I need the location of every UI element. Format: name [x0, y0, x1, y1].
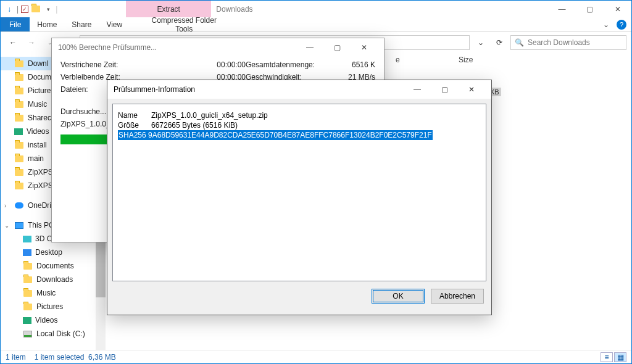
tree-label: Downl: [28, 59, 48, 68]
tree-label: Docum: [28, 73, 51, 81]
tree-label: This PC: [28, 221, 54, 230]
tree-desktop[interactable]: Desktop: [1, 246, 106, 259]
maximize-button[interactable]: ▢: [576, 1, 604, 17]
search-placeholder: Search Downloads: [528, 38, 590, 47]
tree-videos2[interactable]: Videos: [1, 313, 106, 327]
dialog-close-button[interactable]: ✕: [458, 81, 485, 98]
tree-label: Picture: [28, 86, 51, 95]
dialog-minimize-button[interactable]: —: [296, 39, 323, 56]
tree-label: install: [28, 141, 47, 149]
name-key: Name: [118, 110, 148, 120]
help-icon[interactable]: ?: [617, 20, 626, 30]
view-details-button[interactable]: ≡: [601, 352, 613, 362]
tree-label: Videos: [27, 127, 49, 136]
status-item-count: 1 item: [6, 353, 26, 362]
elapsed-value: 00:00:00: [184, 60, 246, 69]
address-dropdown-icon[interactable]: ⌄: [473, 38, 488, 47]
chevron-down-icon[interactable]: ⌄: [4, 222, 9, 229]
refresh-button[interactable]: ⟳: [492, 38, 507, 47]
tree-label: main: [28, 154, 44, 163]
search-box[interactable]: 🔍 Search Downloads: [510, 35, 626, 50]
dialog-minimize-button[interactable]: —: [404, 81, 431, 98]
tree-label: ZipXPS: [28, 181, 53, 190]
dialog-titlebar[interactable]: 100% Berechne Prüfsumme... — ▢ ✕: [52, 38, 384, 57]
dialog-maximize-button[interactable]: ▢: [323, 39, 351, 56]
checksum-text-area[interactable]: NameZipXPS_1.0.0_guicli_x64_setup.zip Gr…: [112, 104, 486, 281]
tab-file[interactable]: File: [1, 17, 30, 31]
tab-compressed-folder-tools[interactable]: Compressed Folder Tools: [141, 17, 227, 31]
contextual-tab-extract[interactable]: Extract: [126, 1, 211, 17]
tree-label: Sharec: [28, 114, 51, 122]
forward-button[interactable]: →: [24, 35, 39, 50]
minimize-button[interactable]: —: [548, 1, 576, 17]
ribbon-expand-icon[interactable]: ⌄: [598, 17, 614, 31]
dialog-title: 100% Berechne Prüfsumme...: [58, 43, 157, 52]
elapsed-label: Verstrichene Zeit:: [60, 60, 184, 69]
close-button[interactable]: ✕: [604, 1, 631, 17]
ribbon-tabs: File Home Share View Compressed Folder T…: [1, 17, 631, 32]
hash-line[interactable]: SHA256 9A68D59631E44A9D82CDA25E65D70B4E8…: [118, 130, 433, 140]
window-title: Downloads: [211, 1, 548, 17]
tab-view[interactable]: View: [99, 17, 130, 31]
tab-share[interactable]: Share: [64, 17, 99, 31]
window-titlebar: ↓ | ✓ ▾ | Extract Downloads — ▢ ✕: [1, 1, 631, 17]
tree-downloads2[interactable]: Downloads: [1, 273, 106, 286]
tree-documents2[interactable]: Documents: [1, 259, 106, 273]
name-value: ZipXPS_1.0.0_guicli_x64_setup.zip: [151, 110, 268, 120]
tree-label: Music: [36, 289, 56, 297]
qat-dropdown-icon[interactable]: ▾: [43, 4, 53, 14]
tree-pictures2[interactable]: Pictures: [1, 300, 106, 313]
cancel-button[interactable]: Abbrechen: [431, 289, 484, 304]
dialog-close-button[interactable]: ✕: [351, 39, 378, 56]
status-selected: 1 item selected 6,36 MB: [35, 353, 116, 362]
ok-button[interactable]: OK: [372, 289, 425, 304]
total-label: Gesamtdatenmenge:: [246, 60, 326, 69]
tree-music2[interactable]: Music: [1, 286, 106, 300]
tree-label: Local Disk (C:): [36, 329, 85, 338]
back-button[interactable]: ←: [6, 35, 20, 50]
tree-label: Downloads: [36, 275, 73, 284]
size-key: Größe: [118, 120, 148, 130]
checksum-info-dialog: Prüfsummen-Information — ▢ ✕ NameZipXPS_…: [107, 80, 492, 315]
tree-label: Videos: [35, 316, 57, 325]
tree-label: Documents: [36, 262, 74, 270]
search-icon: 🔍: [515, 38, 524, 47]
chevron-right-icon[interactable]: ›: [4, 202, 6, 209]
tab-home[interactable]: Home: [30, 17, 64, 31]
tree-label: Music: [28, 100, 47, 109]
quick-access-toolbar: ↓ | ✓ ▾ |: [1, 1, 61, 17]
view-large-icons-button[interactable]: ▦: [614, 352, 626, 362]
down-arrow-icon[interactable]: ↓: [4, 4, 14, 14]
tree-label: ZipXPS: [28, 168, 53, 176]
dialog-maximize-button[interactable]: ▢: [431, 81, 458, 98]
tree-local-disk[interactable]: Local Disk (C:): [1, 327, 106, 341]
total-value: 6516 K: [326, 60, 375, 69]
status-bar: 1 item 1 item selected 6,36 MB ≡ ▦: [1, 350, 631, 363]
checkbox-icon[interactable]: ✓: [21, 6, 28, 13]
tree-label: Desktop: [35, 248, 62, 257]
folder-icon: [31, 4, 41, 14]
dialog-title: Prüfsummen-Information: [114, 85, 195, 94]
tree-label: Pictures: [36, 302, 63, 311]
dialog-titlebar[interactable]: Prüfsummen-Information — ▢ ✕: [107, 80, 491, 99]
size-value: 6672665 Bytes (6516 KiB): [151, 120, 238, 130]
